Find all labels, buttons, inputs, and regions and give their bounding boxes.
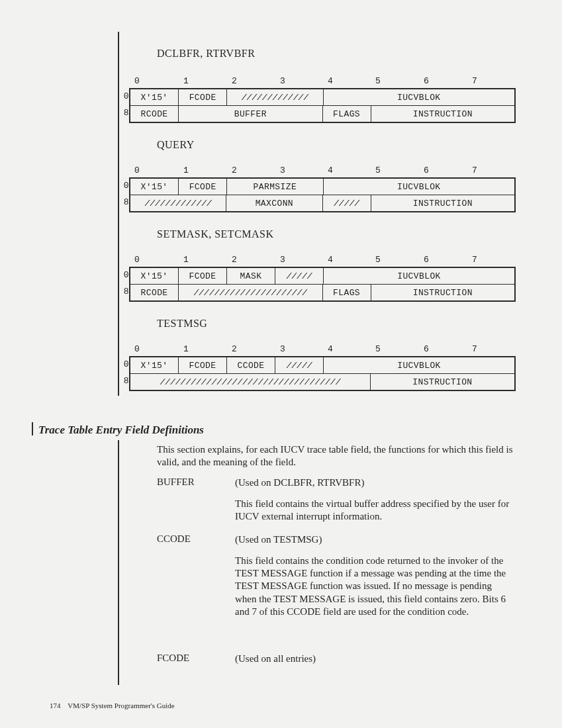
term-buffer: BUFFER [157, 477, 195, 488]
cell-instruction: INSTRUCTION [371, 195, 514, 211]
definitions-heading: Trace Table Entry Field Definitions [38, 424, 204, 437]
column-headers: 0 1 2 3 4 5 6 7 [129, 165, 513, 177]
cell-x15: X'15' [130, 89, 179, 105]
section-title-setmask: SETMASK, SETCMASK [157, 228, 274, 240]
used-on-ccode: (Used on TESTMSG) [235, 533, 513, 546]
cell-rcode: RCODE [130, 106, 179, 122]
page: DCLBFR, RTRVBFR 0 1 2 3 4 5 6 7 0 X'15' … [0, 0, 562, 728]
term-ccode: CCODE [157, 533, 191, 545]
cell-iucvblok: IUCVBLOK [324, 268, 514, 284]
cell-fcode: FCODE [179, 89, 227, 105]
cell-buffer: BUFFER [179, 106, 322, 122]
table-body: 0 X'15' FCODE PARMSIZE IUCVBLOK 8 //////… [129, 177, 516, 212]
diagram-dclbfr: 0 1 2 3 4 5 6 7 0 X'15' FCODE //////////… [129, 76, 513, 123]
column-headers: 0 1 2 3 4 5 6 7 [129, 255, 513, 267]
vertical-rule-top [118, 32, 119, 396]
section-title-testmsg: TESTMSG [157, 318, 207, 330]
cell-reserved: ///// [275, 357, 324, 373]
table-body: 0 X'15' FCODE CCODE ///// IUCVBLOK 8 ///… [129, 356, 516, 391]
cell-instruction: INSTRUCTION [371, 106, 514, 122]
desc-buffer: This field contains the virtual buffer a… [235, 498, 513, 523]
vertical-rule-bottom [118, 440, 119, 685]
revision-bar [32, 422, 33, 435]
cell-parmsize: PARMSIZE [227, 179, 323, 195]
table-row: 0 X'15' FCODE ///////////// IUCVBLOK [130, 89, 514, 105]
column-headers: 0 1 2 3 4 5 6 7 [129, 76, 513, 88]
diagram-setmask: 0 1 2 3 4 5 6 7 0 X'15' FCODE MASK /////… [129, 255, 513, 302]
cell-fcode: FCODE [179, 179, 227, 195]
cell-instruction: INSTRUCTION [371, 374, 514, 390]
table-body: 0 X'15' FCODE ///////////// IUCVBLOK 8 R… [129, 88, 516, 123]
cell-iucvblok: IUCVBLOK [324, 89, 515, 105]
page-footer: 174 VM/SP System Programmer's Guide [50, 702, 175, 709]
section-title-query: QUERY [157, 139, 195, 151]
cell-reserved: ////////////////////// [179, 285, 322, 300]
cell-reserved: ///// [323, 195, 371, 211]
cell-x15: X'15' [130, 268, 179, 284]
cell-ccode: CCODE [227, 357, 275, 373]
cell-x15: X'15' [130, 357, 179, 373]
table-row: 8 ///////////// MAXCONN ///// INSTRUCTIO… [130, 195, 514, 211]
cell-iucvblok: IUCVBLOK [324, 179, 515, 195]
diagram-testmsg: 0 1 2 3 4 5 6 7 0 X'15' FCODE CCODE ////… [129, 344, 513, 391]
diagram-query: 0 1 2 3 4 5 6 7 0 X'15' FCODE PARMSIZE I… [129, 165, 513, 212]
cell-reserved: ///////////// [130, 195, 226, 211]
footer-title: VM/SP System Programmer's Guide [68, 702, 174, 709]
table-row: 8 /////////////////////////////////// IN… [130, 373, 514, 390]
used-on-fcode: (Used on all entries) [235, 653, 513, 665]
table-row: 0 X'15' FCODE CCODE ///// IUCVBLOK [130, 357, 514, 373]
cell-reserved: ///////////// [227, 89, 323, 105]
table-row: 0 X'15' FCODE PARMSIZE IUCVBLOK [130, 179, 514, 195]
table-body: 0 X'15' FCODE MASK ///// IUCVBLOK 8 RCOD… [129, 267, 516, 302]
desc-ccode: This field contains the condition code r… [235, 555, 513, 618]
table-row: 8 RCODE BUFFER FLAGS INSTRUCTION [130, 105, 514, 122]
page-number: 174 [50, 702, 61, 709]
section-title-dclbfr: DCLBFR, RTRVBFR [157, 48, 255, 60]
cell-flags: FLAGS [323, 106, 371, 122]
cell-reserved: /////////////////////////////////// [130, 374, 371, 390]
cell-fcode: FCODE [179, 357, 227, 373]
column-headers: 0 1 2 3 4 5 6 7 [129, 344, 513, 356]
cell-mask: MASK [227, 268, 275, 284]
cell-instruction: INSTRUCTION [371, 285, 514, 300]
cell-fcode: FCODE [179, 268, 227, 284]
cell-iucvblok: IUCVBLOK [324, 357, 514, 373]
table-row: 8 RCODE ////////////////////// FLAGS INS… [130, 284, 514, 300]
cell-reserved: ///// [275, 268, 324, 284]
cell-x15: X'15' [130, 179, 179, 195]
used-on-buffer: (Used on DCLBFR, RTRVBFR) [235, 477, 513, 489]
cell-flags: FLAGS [323, 285, 371, 300]
term-fcode: FCODE [157, 653, 189, 664]
cell-maxconn: MAXCONN [226, 195, 322, 211]
intro-paragraph: This section explains, for each IUCV tra… [157, 443, 514, 469]
cell-rcode: RCODE [130, 285, 179, 300]
table-row: 0 X'15' FCODE MASK ///// IUCVBLOK [130, 268, 514, 284]
